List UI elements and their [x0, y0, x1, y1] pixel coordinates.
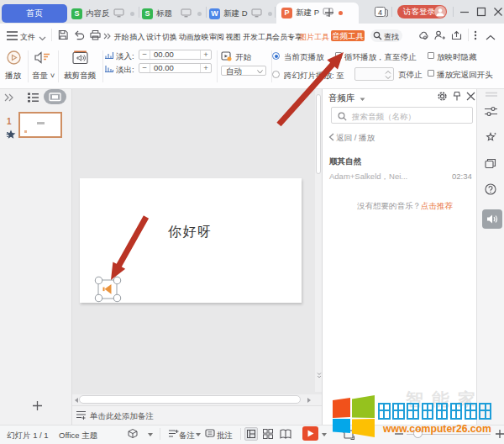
svg-text:4: 4	[378, 8, 382, 17]
